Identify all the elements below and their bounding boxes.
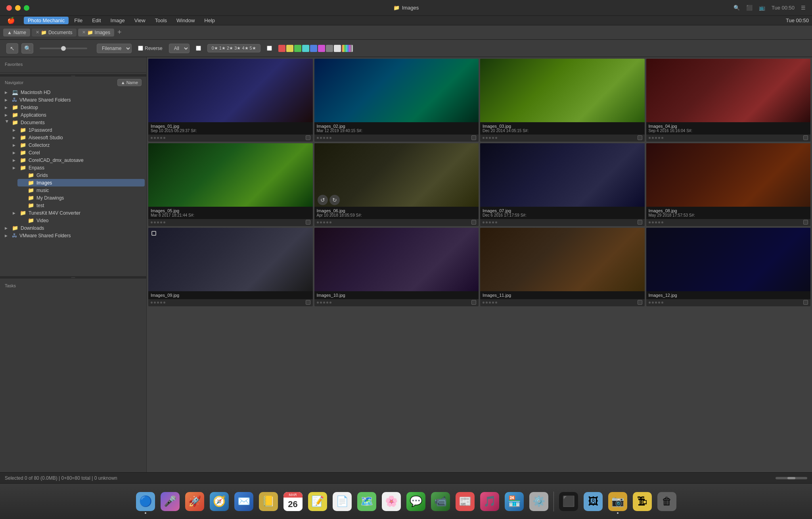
rotate-right-button[interactable]: ↻ <box>329 195 340 205</box>
stars-filter-checkbox[interactable] <box>196 46 201 51</box>
color-magenta[interactable] <box>318 45 325 52</box>
dock-photomechanic[interactable]: 📷 <box>606 490 629 513</box>
image-cell-06[interactable]: ↺ ↻ Images_06.jpg Apr 10 2018 18:05:59 S… <box>314 143 479 226</box>
cell-checkbox-02[interactable] <box>471 135 476 140</box>
tree-macintosh-hd[interactable]: ▶ 💻 Macintosh HD <box>2 88 145 96</box>
color-yellow[interactable] <box>286 45 293 52</box>
tree-1password[interactable]: ▶ 📁 1Password <box>10 126 145 134</box>
menu-file[interactable]: File <box>70 17 86 24</box>
tree-music[interactable]: ▶ 📁 music <box>17 186 145 194</box>
image-area[interactable]: Images_01.jpg Sep 10 2015 05:29:37 S#: <box>147 57 812 472</box>
menu-tools[interactable]: Tools <box>151 17 171 24</box>
star-filter-bar[interactable]: 0★ 1★ 2★ 3★ 4★ 5★ <box>207 44 260 52</box>
tree-test[interactable]: ▶ 📁 test <box>17 202 145 209</box>
close-button[interactable] <box>6 5 12 11</box>
menu-icon[interactable]: ☰ <box>801 5 806 11</box>
all-filter-dropdown[interactable]: All <box>169 44 190 53</box>
image-cell-07[interactable]: Images_07.jpg Dec 6 2016 17:17:59 S#: <box>480 143 645 226</box>
tree-corel[interactable]: ▶ 📁 Corel <box>10 149 145 156</box>
menu-window[interactable]: Window <box>172 17 199 24</box>
tree-applications[interactable]: ▶ 📁 Applications <box>2 111 145 119</box>
cell-checkbox-07[interactable] <box>638 220 642 225</box>
tree-vmware-2[interactable]: ▶ 🖧 VMware Shared Folders <box>2 232 145 239</box>
image-cell-11[interactable]: Images_11.jpg <box>480 228 645 306</box>
dock-sysprefs[interactable]: ⚙️ <box>527 490 550 513</box>
dock-preview[interactable]: 🖼 <box>582 490 605 513</box>
dock-maps[interactable]: 🗺️ <box>355 490 378 513</box>
maximize-button[interactable] <box>24 5 29 11</box>
cell-checkbox-12[interactable] <box>803 300 808 305</box>
menu-view[interactable]: View <box>130 17 149 24</box>
color-white[interactable] <box>334 45 341 52</box>
reverse-checkbox[interactable] <box>138 46 143 51</box>
cell-checkbox-08[interactable] <box>803 220 808 225</box>
dock-messages[interactable]: 💬 <box>404 490 427 513</box>
spotlight-icon[interactable]: 🔍 <box>733 5 740 11</box>
tree-my-drawings[interactable]: ▶ 📁 My Drawings <box>17 194 145 202</box>
cell-checkbox-03[interactable] <box>638 135 642 140</box>
image-cell-08[interactable]: Images_08.jpg May 29 2018 17:57:53 S#: <box>646 143 811 226</box>
horizontal-scrollbar[interactable] <box>776 477 807 479</box>
image-cell-10[interactable]: Images_10.jpg <box>314 228 479 306</box>
menu-app[interactable]: Photo Mechanic <box>24 17 69 24</box>
dock-terminal[interactable]: ⬛ <box>557 490 580 513</box>
color-cyan[interactable] <box>302 45 309 52</box>
image-cell-12[interactable]: Images_12.jpg <box>646 228 811 306</box>
search-tool[interactable]: 🔍 <box>21 43 33 54</box>
menu-image[interactable]: Image <box>107 17 129 24</box>
tree-vmware-1[interactable]: ▶ 🖧 VMware Shared Folders <box>2 96 145 104</box>
tree-grids[interactable]: ▶ 📁 Grids <box>17 171 145 179</box>
dock-trash[interactable]: 🗑 <box>655 490 678 513</box>
image-cell-04[interactable]: Images_04.jpg Sep 4 2016 16:16:04 S#: <box>646 59 811 142</box>
dock-notefile[interactable]: 📒 <box>257 490 280 513</box>
tree-aiseesoft[interactable]: ▶ 📁 Aiseesoft Studio <box>10 134 145 141</box>
dock-facetime[interactable]: 📹 <box>429 490 452 513</box>
dock-finder[interactable]: 🔵 <box>134 490 157 513</box>
image-cell-02[interactable]: Images_02.jpg Mar 12 2019 19:40:15 S#: <box>314 59 479 142</box>
menu-help[interactable]: Help <box>200 17 219 24</box>
dock-appstore[interactable]: 🏪 <box>503 490 526 513</box>
screen-icon[interactable]: ⬛ <box>746 5 753 11</box>
add-tab-button[interactable]: + <box>116 28 123 37</box>
cell-checkbox-04[interactable] <box>803 135 808 140</box>
tree-documents[interactable]: ▶ 📁 Documents <box>2 119 145 126</box>
dock-archive[interactable]: 🗜 <box>631 490 654 513</box>
tree-video[interactable]: ▶ 📁 Video <box>17 217 145 224</box>
rotate-left-button[interactable]: ↺ <box>318 195 328 205</box>
tab-images-close[interactable]: ✕ <box>82 30 86 35</box>
tree-enpass[interactable]: ▶ 📁 Enpass <box>10 164 145 171</box>
cell-checkbox-09[interactable] <box>306 300 310 305</box>
dock-music[interactable]: 🎵 <box>478 490 501 513</box>
dock-launchpad[interactable]: 🚀 <box>183 490 206 513</box>
minimize-button[interactable] <box>15 5 21 11</box>
color-gray[interactable] <box>326 45 333 52</box>
tree-collectorz[interactable]: ▶ 📁 Collectorz <box>10 141 145 149</box>
zoom-slider-track[interactable] <box>40 48 87 49</box>
sort-dropdown[interactable]: Filename Date Size <box>97 44 132 53</box>
color-all[interactable] <box>342 45 353 52</box>
navigator-sort-button[interactable]: ▲ Name <box>117 79 142 86</box>
cell-checkbox-10[interactable] <box>471 300 476 305</box>
dock-photos[interactable]: 🌸 <box>380 490 403 513</box>
dock-mail[interactable]: ✉️ <box>232 490 255 513</box>
image-cell-03[interactable]: Images_03.jpg Dec 20 2014 14:05:15 S#: <box>480 59 645 142</box>
tab-documents[interactable]: ✕ 📁 Documents <box>32 29 77 37</box>
tree-desktop[interactable]: ▶ 📁 Desktop <box>2 104 145 111</box>
zoom-slider-thumb[interactable] <box>61 46 66 51</box>
cell-checkbox-05[interactable] <box>306 220 310 225</box>
tab-documents-close[interactable]: ✕ <box>36 30 39 35</box>
cell-checkbox-06[interactable] <box>471 220 476 225</box>
sort-name-button[interactable]: ▲ Name <box>3 29 30 37</box>
dock-news[interactable]: 📰 <box>454 490 477 513</box>
tree-corelcad[interactable]: ▶ 📁 CorelCAD_dmx_autosave <box>10 156 145 164</box>
color-blue[interactable] <box>310 45 317 52</box>
dock-textedit[interactable]: 📄 <box>331 490 354 513</box>
dock-safari[interactable]: 🧭 <box>208 490 231 513</box>
menu-edit[interactable]: Edit <box>88 17 105 24</box>
scrollbar-thumb[interactable] <box>787 477 795 479</box>
tree-images[interactable]: ▶ 📁 Images <box>17 179 145 186</box>
tree-tuneskit[interactable]: ▶ 📁 TunesKit M4V Converter <box>10 209 145 217</box>
color-filter-checkbox[interactable] <box>267 46 272 51</box>
tab-images[interactable]: ✕ 📁 Images <box>78 29 114 37</box>
color-green[interactable] <box>294 45 301 52</box>
